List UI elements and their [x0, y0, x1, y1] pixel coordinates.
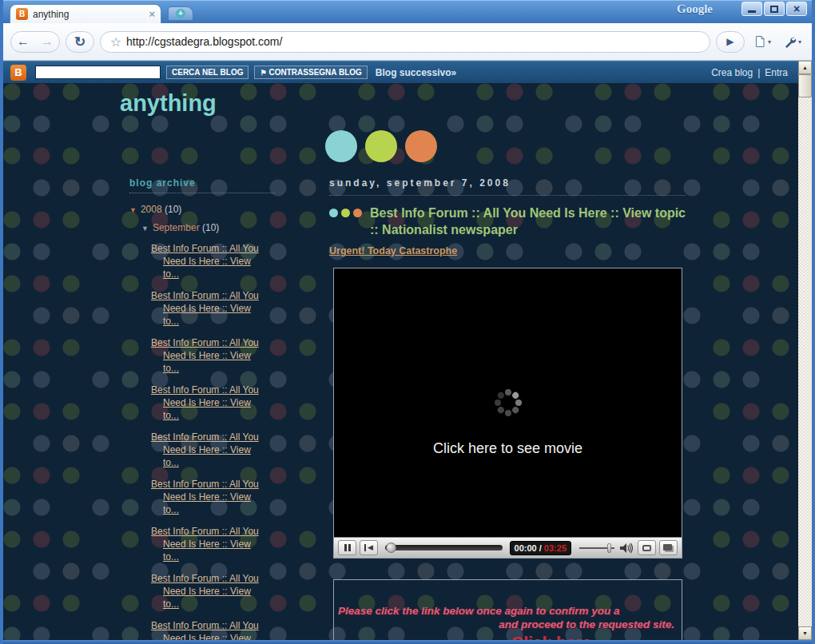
urgent-catastrophe-link[interactable]: Urgent! Today Catastrophe [329, 245, 457, 256]
seek-slider[interactable] [385, 545, 503, 551]
archive-post-line2[interactable]: Need Is Here :: View [151, 538, 275, 551]
pause-button[interactable] [338, 540, 356, 555]
archive-month-label[interactable]: September [153, 222, 200, 233]
archive-post-link[interactable]: Best Info Forum :: All You Need Is Here … [151, 478, 275, 516]
archive-post-line2[interactable]: Need Is Here :: View [151, 632, 275, 640]
flag-blog-label: CONTRASSEGNA BLOG [269, 68, 362, 77]
sign-in-link[interactable]: Entra [765, 67, 788, 78]
archive-post-line3[interactable]: to... [151, 598, 275, 610]
reload-capsule: ↻ [66, 31, 94, 53]
archive-post-link[interactable]: Best Info Forum :: All You Need Is Here … [151, 289, 275, 328]
archive-post-line3[interactable]: to... [151, 456, 275, 469]
archive-post-line3[interactable]: to... [151, 315, 275, 328]
archive-post-line1[interactable]: Best Info Forum :: All You [151, 336, 275, 349]
browser-tab[interactable]: B anything × [10, 4, 161, 23]
webpage-area: B CERCA NEL BLOG ⚑ CONTRASSEGNA BLOG Blo… [3, 61, 812, 640]
scroll-up-button[interactable]: ▲ [798, 61, 812, 74]
post-title[interactable]: Best Info Forum :: All You Need Is Here … [329, 205, 686, 238]
archive-post-line1[interactable]: Best Info Forum :: All You [151, 619, 275, 632]
archive-post-line2[interactable]: Need Is Here :: View [151, 443, 275, 456]
skip-to-start-button[interactable]: ◀ [360, 540, 378, 555]
back-button[interactable]: ← [11, 34, 35, 49]
search-blog-button[interactable]: CERCA NEL BLOG [166, 66, 248, 79]
vertical-scrollbar[interactable]: ▲ ▼ [798, 61, 812, 640]
scroll-down-icon: ▼ [802, 630, 808, 636]
seek-knob[interactable] [386, 543, 396, 553]
archive-post-line3[interactable]: to... [151, 551, 275, 563]
archive-post-link[interactable]: Best Info Forum :: All You Need Is Here … [151, 431, 275, 469]
close-button[interactable]: × [786, 2, 807, 16]
archive-post-line3[interactable]: to... [151, 362, 275, 375]
archive-post-line2[interactable]: Need Is Here :: View [151, 255, 275, 268]
video-overlay-link[interactable]: Click here to see movie [334, 440, 682, 457]
title-bar: B anything × + Google × [3, 0, 812, 23]
archive-post-line2[interactable]: Need Is Here :: View [151, 585, 275, 598]
archive-post-link[interactable]: Best Info Forum :: All You Need Is Here … [151, 572, 275, 610]
year-toggle-icon[interactable]: ▼ [129, 206, 137, 214]
tab-close-icon[interactable]: × [149, 8, 155, 20]
archive-post-line2[interactable]: Need Is Here :: View [151, 396, 275, 409]
navbar-divider: | [757, 67, 760, 78]
next-blog-link[interactable]: Blog successivo» [376, 67, 456, 78]
address-input[interactable] [126, 35, 705, 48]
archive-post-link[interactable]: Best Info Forum :: All You Need Is Here … [151, 242, 275, 280]
archive-post-line3[interactable]: to... [151, 503, 275, 516]
archive-post-line2[interactable]: Need Is Here :: View [151, 302, 275, 315]
archive-post-line1[interactable]: Best Info Forum :: All You [151, 242, 275, 255]
archive-year-row[interactable]: ▼2008 (10) [129, 204, 275, 215]
wrench-icon [783, 35, 797, 49]
reload-button[interactable]: ↻ [66, 34, 93, 50]
fullscreen-button[interactable] [638, 540, 656, 555]
page-viewport: B CERCA NEL BLOG ⚑ CONTRASSEGNA BLOG Blo… [3, 61, 798, 640]
video-controls: ◀ 00:00 / 03:25 [334, 537, 682, 558]
scroll-down-button[interactable]: ▼ [798, 626, 812, 640]
create-blog-link[interactable]: Crea blog [711, 67, 753, 78]
blog-title[interactable]: anything [120, 90, 798, 117]
skip-bar-icon [364, 544, 366, 551]
archive-post-line1[interactable]: Best Info Forum :: All You [151, 384, 275, 396]
confirm-text-line2: and proceed to the requested site. [334, 618, 682, 630]
speaker-icon[interactable] [619, 543, 633, 554]
cyan-dot-icon [329, 209, 338, 217]
archive-year-label[interactable]: 2008 [141, 204, 162, 215]
volume-slider[interactable] [579, 547, 614, 549]
go-button[interactable]: ▶ [716, 31, 745, 53]
pause-icon [344, 544, 347, 551]
wrench-menu-button[interactable]: ▾ [780, 35, 805, 49]
archive-post-line1[interactable]: Best Info Forum :: All You [151, 431, 275, 443]
forward-button[interactable]: → [35, 34, 59, 49]
video-screen[interactable]: Click here to see movie [334, 268, 682, 537]
archive-post-line1[interactable]: Best Info Forum :: All You [151, 525, 275, 538]
archive-heading: blog archive [129, 177, 275, 193]
scrollbar-thumb[interactable] [798, 74, 812, 97]
fullscreen-icon [642, 545, 651, 551]
archive-post-line3[interactable]: to... [151, 409, 275, 422]
archive-post-line1[interactable]: Best Info Forum :: All You [151, 572, 275, 585]
month-toggle-icon[interactable]: ▼ [141, 225, 149, 233]
archive-post-line3[interactable]: to... [151, 268, 275, 280]
new-tab-button[interactable]: + [168, 6, 193, 21]
archive-post-line1[interactable]: Best Info Forum :: All You [151, 289, 275, 302]
click-here-link[interactable]: Click here [334, 633, 682, 640]
confirm-text-line1: Please click the link below once again t… [334, 605, 682, 617]
archive-post-link[interactable]: Best Info Forum :: All You Need Is Here … [151, 336, 275, 375]
volume-knob[interactable] [607, 543, 611, 553]
pause-icon-bar2 [348, 544, 351, 551]
archive-post-line2[interactable]: Need Is Here :: View [151, 349, 275, 362]
omnibox[interactable]: ☆ [100, 31, 710, 53]
flag-blog-button[interactable]: ⚑ CONTRASSEGNA BLOG [254, 66, 367, 79]
archive-post-line1[interactable]: Best Info Forum :: All You [151, 478, 275, 491]
archive-post-link[interactable]: Best Info Forum :: All You Need Is Here … [151, 525, 275, 563]
archive-post-line2[interactable]: Need Is Here :: View [151, 491, 275, 503]
bookmark-star-icon[interactable]: ☆ [105, 34, 126, 50]
minimize-button[interactable] [741, 2, 762, 16]
archive-post-link[interactable]: Best Info Forum :: All You Need Is Here … [151, 619, 275, 640]
page-menu-button[interactable]: ▾ [750, 35, 774, 48]
popout-button[interactable] [659, 540, 678, 555]
maximize-button[interactable] [764, 2, 785, 16]
post-title-text[interactable]: Best Info Forum :: All You Need Is Here … [370, 206, 686, 237]
blog-search-input[interactable] [35, 66, 161, 79]
archive-month-row[interactable]: ▼September (10) [141, 222, 275, 233]
archive-post-link[interactable]: Best Info Forum :: All You Need Is Here … [151, 384, 275, 422]
blogger-logo-icon[interactable]: B [10, 65, 26, 81]
